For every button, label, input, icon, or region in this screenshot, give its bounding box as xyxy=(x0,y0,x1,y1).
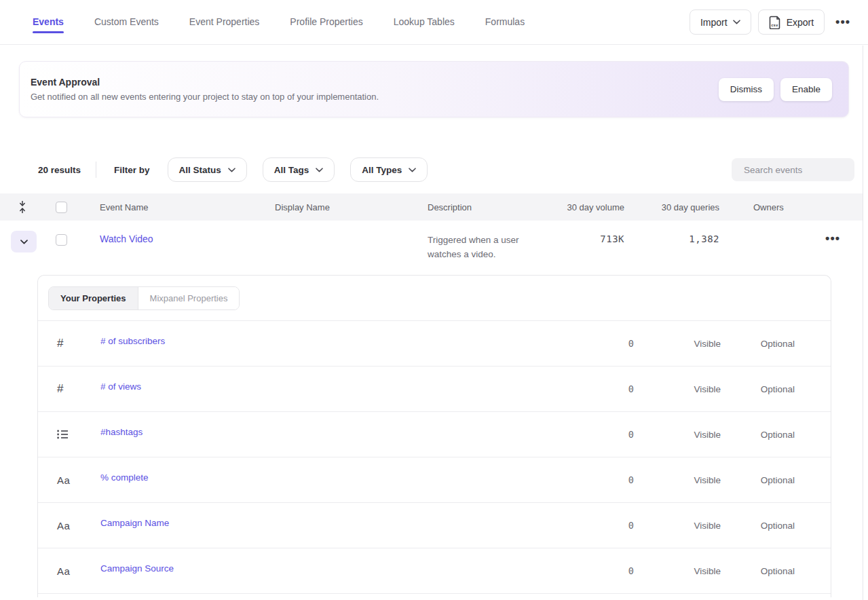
chevron-down-icon xyxy=(316,168,323,172)
number-type-icon: # xyxy=(57,382,63,396)
properties-tabs-row: Your Properties Mixpanel Properties xyxy=(38,276,831,321)
scrollbar-track[interactable] xyxy=(863,45,868,600)
column-header-queries[interactable]: 30 day queries xyxy=(624,202,719,212)
nav-tab-label: Events xyxy=(33,16,64,27)
nav-tab-formulas[interactable]: Formulas xyxy=(485,0,525,44)
property-requirement: Optional xyxy=(721,521,795,531)
banner-description: Get notified on all new events entering … xyxy=(31,92,379,102)
row-more-options-icon[interactable]: ••• xyxy=(821,230,844,246)
property-count: 0 xyxy=(566,429,634,440)
column-header-display-name[interactable]: Display Name xyxy=(275,202,428,212)
types-filter-label: All Types xyxy=(362,165,402,175)
status-filter-dropdown[interactable]: All Status xyxy=(168,157,247,182)
active-tab-underline xyxy=(485,31,525,33)
property-requirement: Optional xyxy=(721,475,795,485)
lexicon-tabs: Events Custom Events Event Properties Pr… xyxy=(33,0,525,44)
property-visibility: Visible xyxy=(634,475,721,485)
filter-by-label: Filter by xyxy=(114,165,150,175)
collapse-all-icon[interactable] xyxy=(0,200,45,214)
status-filter-label: All Status xyxy=(179,165,221,175)
chevron-down-icon xyxy=(409,168,416,172)
property-requirement: Optional xyxy=(721,566,795,576)
search-events-box xyxy=(732,158,854,181)
nav-tab-label: Lookup Tables xyxy=(394,16,455,27)
properties-tab-your-properties[interactable]: Your Properties xyxy=(49,287,138,310)
collapse-row-button[interactable] xyxy=(11,231,37,252)
property-visibility: Visible xyxy=(634,430,721,440)
nav-actions: Import csv Export ••• xyxy=(690,0,854,44)
nav-tab-events[interactable]: Events xyxy=(33,0,64,44)
active-tab-underline xyxy=(94,31,159,33)
import-button[interactable]: Import xyxy=(690,10,751,35)
text-type-icon: Aa xyxy=(57,565,70,577)
text-type-icon: Aa xyxy=(57,520,70,531)
active-tab-underline xyxy=(33,31,64,33)
column-header-description[interactable]: Description xyxy=(428,202,556,212)
property-requirement: Optional xyxy=(721,384,795,394)
property-visibility: Visible xyxy=(634,521,721,531)
property-name-link[interactable]: # of subscribers xyxy=(100,336,165,346)
property-name-link[interactable]: # of views xyxy=(100,381,141,392)
property-count: 0 xyxy=(566,520,634,531)
property-row: # Aa Campaign Source 0 Visible Optional xyxy=(38,548,831,594)
column-header-volume[interactable]: 30 day volume xyxy=(556,202,624,212)
nav-tab-label: Profile Properties xyxy=(290,16,362,27)
list-type-icon xyxy=(57,430,69,439)
property-count: 0 xyxy=(566,565,634,576)
column-header-event-name[interactable]: Event Name xyxy=(89,202,275,212)
events-table-header: Event Name Display Name Description 30 d… xyxy=(0,193,868,221)
select-all-checkbox[interactable] xyxy=(56,202,67,213)
property-visibility: Visible xyxy=(634,566,721,576)
property-row: # Aa # of views 0 Visible Optional xyxy=(38,367,831,412)
banner-title: Event Approval xyxy=(31,77,379,88)
property-requirement: Optional xyxy=(721,339,795,349)
tags-filter-label: All Tags xyxy=(274,165,309,175)
property-row: # Aa % complete 0 Visible Optional xyxy=(38,457,831,503)
active-tab-underline xyxy=(189,31,260,33)
nav-tab-label: Formulas xyxy=(485,16,525,27)
event-volume: 713K xyxy=(556,230,624,244)
properties-list: # Aa # of subscribers 0 Visible Optional… xyxy=(38,321,831,594)
property-count: 0 xyxy=(566,474,634,485)
event-name-link[interactable]: Watch Video xyxy=(100,230,153,244)
export-button[interactable]: csv Export xyxy=(758,10,825,35)
property-requirement: Optional xyxy=(721,430,795,440)
event-approval-banner: Event Approval Get notified on all new e… xyxy=(19,61,849,117)
active-tab-underline xyxy=(290,31,362,33)
nav-tab-profile-properties[interactable]: Profile Properties xyxy=(290,0,362,44)
number-type-icon: # xyxy=(57,337,63,350)
nav-tab-event-properties[interactable]: Event Properties xyxy=(189,0,260,44)
nav-tab-label: Custom Events xyxy=(94,16,159,27)
search-events-input[interactable] xyxy=(744,165,864,175)
import-button-label: Import xyxy=(700,17,728,28)
property-name-link[interactable]: #hashtags xyxy=(100,427,143,437)
column-header-owners[interactable]: Owners xyxy=(719,202,804,212)
chevron-down-icon xyxy=(733,20,740,24)
event-row-watch-video: Watch Video Triggered when a user watche… xyxy=(0,221,868,275)
property-visibility: Visible xyxy=(634,339,721,349)
more-options-icon[interactable]: ••• xyxy=(831,10,854,35)
export-button-label: Export xyxy=(787,17,814,28)
property-name-link[interactable]: Campaign Name xyxy=(100,518,169,528)
types-filter-dropdown[interactable]: All Types xyxy=(350,157,428,182)
text-type-icon: Aa xyxy=(57,474,70,486)
banner-actions: Dismiss Enable xyxy=(719,78,832,101)
event-queries: 1,382 xyxy=(624,230,719,244)
nav-tab-custom-events[interactable]: Custom Events xyxy=(94,0,159,44)
nav-tab-lookup-tables[interactable]: Lookup Tables xyxy=(394,0,455,44)
properties-tab-mixpanel-properties[interactable]: Mixpanel Properties xyxy=(138,287,240,310)
divider xyxy=(96,162,96,178)
property-name-link[interactable]: % complete xyxy=(100,472,149,483)
enable-button[interactable]: Enable xyxy=(780,78,832,101)
property-count: 0 xyxy=(566,338,634,349)
tags-filter-dropdown[interactable]: All Tags xyxy=(263,157,335,182)
event-description: Triggered when a user watches a video. xyxy=(428,230,533,261)
row-checkbox[interactable] xyxy=(56,234,67,246)
properties-tab-group: Your Properties Mixpanel Properties xyxy=(48,286,240,310)
csv-file-icon: csv xyxy=(769,16,781,29)
chevron-down-icon xyxy=(228,168,235,172)
property-name-link[interactable]: Campaign Source xyxy=(100,563,174,574)
dismiss-button[interactable]: Dismiss xyxy=(719,78,774,101)
results-count: 20 results xyxy=(38,165,81,175)
nav-tab-label: Event Properties xyxy=(189,16,260,27)
